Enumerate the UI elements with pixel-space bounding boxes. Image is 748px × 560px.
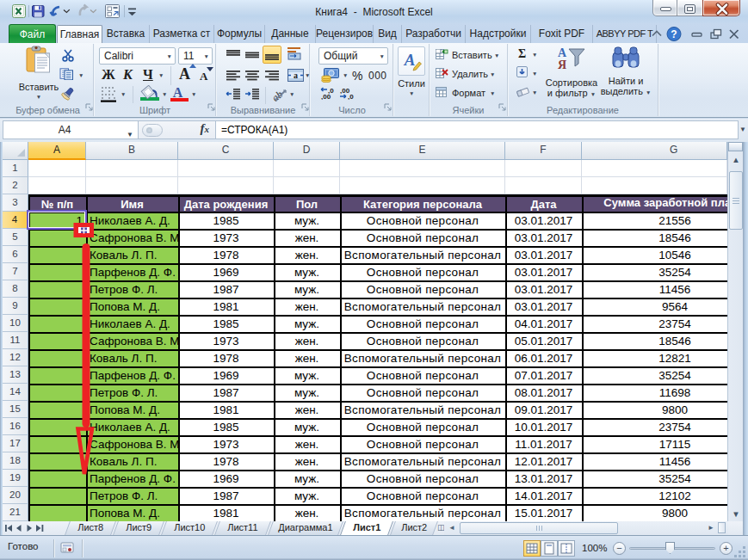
svg-text:?: ? [671, 28, 677, 40]
svg-text:,00: ,00 [321, 93, 331, 100]
svg-text:Σ: Σ [518, 47, 526, 58]
svg-text:,0: ,0 [348, 93, 354, 100]
svg-text:a: a [294, 71, 298, 80]
svg-text:А: А [558, 46, 567, 59]
svg-text:А: А [173, 86, 183, 97]
svg-text:A: A [404, 51, 416, 69]
svg-text:Я: Я [558, 58, 566, 71]
svg-text:ab: ab [272, 88, 285, 102]
